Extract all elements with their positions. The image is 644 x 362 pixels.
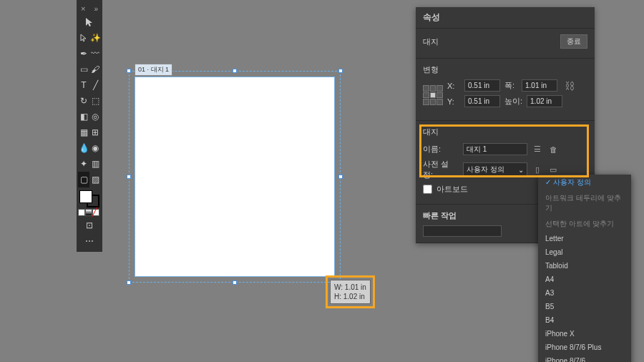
slice-tool[interactable]: ▨ xyxy=(89,172,101,187)
edit-toolbar-btn[interactable]: ⋯ xyxy=(78,233,101,249)
artboard-checkbox-label: 아트보드 xyxy=(436,184,468,195)
color-mode-swatch[interactable] xyxy=(78,209,85,216)
preset-option[interactable]: B4 xyxy=(538,313,631,327)
shape-builder-tool[interactable]: ◎ xyxy=(89,109,101,124)
tools-panel: × » ✨ ✒ 〰 ▭ 🖌 T ╱ ↻ ⬚ ◧ ◎ ▦ ⊞ xyxy=(77,0,102,252)
y-label: Y: xyxy=(447,97,460,106)
artboard-options-icon[interactable]: ☰ xyxy=(532,144,543,155)
h-label: 높이: xyxy=(504,96,522,107)
preset-dropdown-list: ✓ 사용자 정의아트워크 테두리에 맞추기선택한 아트에 맞추기LetterLe… xyxy=(538,175,631,362)
artboard-label: 01 · 대지 1 xyxy=(135,64,172,76)
curvature-tool[interactable]: 〰 xyxy=(89,46,101,62)
selection-tool[interactable] xyxy=(78,14,101,30)
y-field[interactable] xyxy=(464,95,500,107)
line-tool[interactable]: ╱ xyxy=(89,77,101,93)
preset-option[interactable]: iPhone 8/7/6 Plus xyxy=(538,341,631,354)
link-icon[interactable]: ⛓ xyxy=(565,80,575,92)
paintbrush-tool[interactable]: 🖌 xyxy=(89,62,101,77)
artboard-canvas[interactable]: 01 · 대지 1 ⤡ xyxy=(135,77,335,277)
quick-action-slot xyxy=(423,225,502,237)
width-label: W: xyxy=(334,283,343,291)
height-label: H: xyxy=(334,293,341,300)
artboard-checkbox[interactable] xyxy=(423,185,432,194)
rectangle-tool[interactable]: ▭ xyxy=(78,62,89,77)
symbol-sprayer-tool[interactable]: ✦ xyxy=(78,156,89,172)
preset-option[interactable]: Legal xyxy=(538,245,631,259)
resize-handle-bl[interactable] xyxy=(127,280,131,285)
fill-stroke-swatch[interactable] xyxy=(78,189,101,207)
fill-color[interactable] xyxy=(79,190,92,203)
finish-button[interactable]: 종료 xyxy=(560,34,587,49)
preset-option[interactable]: iPhone 8/7/6 xyxy=(538,354,631,362)
artboard-section-heading: 대지 xyxy=(423,127,587,137)
resize-handle-tr[interactable] xyxy=(338,69,343,73)
portrait-orientation-icon[interactable]: ▯ xyxy=(532,164,543,175)
reference-point-grid[interactable] xyxy=(423,85,443,105)
gradient-tool[interactable]: ▦ xyxy=(78,124,89,140)
none-mode-swatch[interactable]: ╱ xyxy=(92,209,99,216)
preset-value: 사용자 정의 xyxy=(467,165,504,175)
object-type-label: 대지 xyxy=(423,36,439,47)
magic-wand-tool[interactable]: ✨ xyxy=(89,30,101,46)
x-field[interactable] xyxy=(464,79,500,92)
width-value: 1.01 in xyxy=(345,283,366,291)
preset-dropdown[interactable]: 사용자 정의 ⌄ xyxy=(463,162,527,177)
preset-option[interactable]: 아트워크 테두리에 맞추기 xyxy=(538,190,631,216)
name-label: 이름: xyxy=(423,144,459,155)
resize-handle-bm[interactable] xyxy=(233,280,237,285)
preset-option[interactable]: A3 xyxy=(538,286,631,300)
column-graph-tool[interactable]: ▥ xyxy=(89,156,101,172)
preset-option[interactable]: ✓ 사용자 정의 xyxy=(538,175,631,190)
blend-tool[interactable]: ◉ xyxy=(89,140,101,156)
preset-option[interactable]: iPhone X xyxy=(538,327,631,341)
preset-option[interactable]: Letter xyxy=(538,232,631,245)
resize-handle-mr[interactable] xyxy=(338,175,343,179)
panel-title: 속성 xyxy=(416,7,595,29)
preset-option[interactable]: Tabloid xyxy=(538,259,631,273)
w-label: 폭: xyxy=(504,80,517,91)
dimension-tooltip: W: 1.01 in H: 1.02 in xyxy=(330,280,371,304)
scale-tool[interactable]: ⬚ xyxy=(89,93,101,109)
landscape-orientation-icon[interactable]: ▭ xyxy=(547,164,559,175)
gradient-mode-swatch[interactable] xyxy=(85,209,92,216)
delete-artboard-icon[interactable]: 🗑 xyxy=(547,144,559,155)
width-field[interactable] xyxy=(522,79,557,92)
artboard-surface[interactable] xyxy=(135,77,335,277)
preset-option[interactable]: A4 xyxy=(538,273,631,286)
pen-tool[interactable]: ✒ xyxy=(78,46,89,62)
mesh-tool[interactable]: ⊞ xyxy=(89,124,101,140)
preset-label: 사전 설정: xyxy=(423,159,459,180)
resize-handle-tl[interactable] xyxy=(127,69,131,73)
expand-icon[interactable]: » xyxy=(88,5,98,13)
x-label: X: xyxy=(447,82,460,90)
close-icon[interactable]: × xyxy=(81,4,85,13)
dimension-tooltip-highlight: W: 1.01 in H: 1.02 in xyxy=(326,275,375,308)
transform-heading: 변형 xyxy=(423,64,587,75)
resize-handle-ml[interactable] xyxy=(127,175,131,179)
preset-option[interactable]: 선택한 아트에 맞추기 xyxy=(538,216,631,232)
artboard-name-field[interactable] xyxy=(463,143,527,155)
eyedropper-tool[interactable]: 💧 xyxy=(78,140,89,156)
direct-selection-tool[interactable] xyxy=(78,30,89,46)
screen-mode-tool[interactable]: ⊡ xyxy=(78,217,101,233)
preset-option[interactable]: B5 xyxy=(538,300,631,313)
rotate-tool[interactable]: ↻ xyxy=(78,93,89,109)
height-field[interactable] xyxy=(527,95,562,107)
type-tool[interactable]: T xyxy=(78,77,89,93)
chevron-down-icon: ⌄ xyxy=(518,166,524,174)
resize-handle-tm[interactable] xyxy=(233,69,237,73)
eraser-tool[interactable]: ◧ xyxy=(78,109,89,124)
artboard-tool[interactable]: ▢ xyxy=(78,172,89,187)
height-value: 1.02 in xyxy=(343,293,365,300)
